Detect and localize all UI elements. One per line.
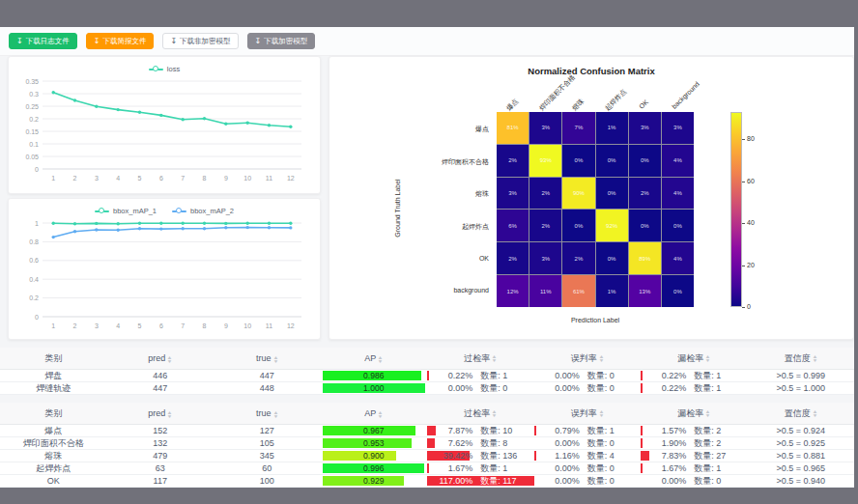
data-point[interactable] <box>138 227 141 230</box>
data-point[interactable] <box>73 98 76 101</box>
matrix-cell[interactable]: 89% <box>629 242 661 274</box>
matrix-cell[interactable]: 4% <box>662 242 694 274</box>
matrix-cell[interactable]: 81% <box>497 112 529 144</box>
data-point[interactable] <box>224 226 227 229</box>
matrix-cell[interactable]: 1% <box>596 275 628 307</box>
sort-icon[interactable]: ▲▼ <box>378 410 383 418</box>
matrix-cell[interactable]: 0% <box>629 145 661 177</box>
sort-icon[interactable]: ▲▼ <box>705 354 710 362</box>
matrix-cell[interactable]: 6% <box>497 210 529 241</box>
data-point[interactable] <box>224 222 227 225</box>
table-row[interactable]: 爆点 152 127 0.967 7.87%数量: 10 0.79%数量: 1 … <box>0 425 854 437</box>
data-point[interactable] <box>203 222 206 225</box>
matrix-cell[interactable]: 3% <box>662 112 694 144</box>
matrix-cell[interactable]: 2% <box>529 210 561 241</box>
data-point[interactable] <box>52 222 55 225</box>
data-point[interactable] <box>117 229 120 232</box>
legend-item-loss[interactable]: loss <box>149 65 180 73</box>
data-point[interactable] <box>52 236 55 238</box>
matrix-cell[interactable]: 4% <box>662 178 694 210</box>
column-header[interactable]: 漏检率▲▼ <box>641 403 748 425</box>
data-point[interactable] <box>246 222 249 225</box>
sort-icon[interactable]: ▲▼ <box>599 354 604 362</box>
matrix-cell[interactable]: 13% <box>629 275 661 307</box>
column-header[interactable]: 置信度▲▼ <box>748 348 855 370</box>
toolbar-button-2[interactable]: ↧ 下载非加密模型 <box>162 33 238 49</box>
matrix-cell[interactable]: 2% <box>497 145 529 177</box>
table-row[interactable]: 焊盘 446 447 0.986 0.22%数量: 1 0.00%数量: 0 0… <box>0 370 854 382</box>
matrix-cell[interactable]: 0% <box>562 210 594 241</box>
matrix-cell[interactable]: 3% <box>629 112 661 144</box>
sort-icon[interactable]: ▲▼ <box>273 410 278 418</box>
matrix-cell[interactable]: 3% <box>529 242 561 274</box>
data-point[interactable] <box>182 222 185 225</box>
data-point[interactable] <box>95 105 98 108</box>
data-point[interactable] <box>95 228 98 231</box>
data-point[interactable] <box>289 226 292 229</box>
sort-icon[interactable]: ▲▼ <box>705 409 710 417</box>
matrix-cell[interactable]: 4% <box>662 145 694 177</box>
data-point[interactable] <box>73 222 76 225</box>
matrix-cell[interactable]: 0% <box>662 275 694 307</box>
column-header[interactable]: pred▲▼ <box>107 348 214 370</box>
data-point[interactable] <box>138 111 141 114</box>
matrix-cell[interactable]: 0% <box>596 145 628 177</box>
matrix-cell[interactable]: 2% <box>497 242 529 274</box>
matrix-cell[interactable]: 0% <box>662 210 694 241</box>
sort-icon[interactable]: ▲▼ <box>167 410 172 418</box>
matrix-cell[interactable]: 61% <box>562 275 594 307</box>
toolbar-button-1[interactable]: ↧ 下载简报文件 <box>86 33 155 49</box>
sort-icon[interactable]: ▲▼ <box>813 354 817 362</box>
table-row[interactable]: 熔珠 479 345 0.900 39.42%数量: 136 1.16%数量: … <box>0 450 854 462</box>
matrix-cell[interactable]: 7% <box>562 112 594 144</box>
data-point[interactable] <box>159 227 162 230</box>
loss-chart[interactable]: 00.050.10.150.20.250.30.3512345678910111… <box>15 75 313 183</box>
matrix-cell[interactable]: 11% <box>529 275 561 307</box>
sort-icon[interactable]: ▲▼ <box>492 409 497 417</box>
data-point[interactable] <box>159 222 162 225</box>
column-header[interactable]: 置信度▲▼ <box>748 403 855 425</box>
matrix-cell[interactable]: 0% <box>596 242 628 274</box>
matrix-cell[interactable]: 0% <box>596 178 628 210</box>
matrix-cell[interactable]: 2% <box>562 242 594 274</box>
data-point[interactable] <box>246 122 249 125</box>
column-header[interactable]: pred▲▼ <box>107 403 214 425</box>
data-point[interactable] <box>268 222 271 225</box>
data-point[interactable] <box>95 222 98 225</box>
column-header[interactable]: 误判率▲▼ <box>534 348 642 370</box>
matrix-cell[interactable]: 12% <box>497 275 529 307</box>
sort-icon[interactable]: ▲▼ <box>492 354 497 362</box>
column-header[interactable]: AP▲▼ <box>321 403 428 425</box>
column-header[interactable]: 过检率▲▼ <box>427 348 534 370</box>
sort-icon[interactable]: ▲▼ <box>378 355 383 363</box>
data-point[interactable] <box>138 222 141 225</box>
toolbar-button-3[interactable]: ↧ 下载加密模型 <box>247 33 316 49</box>
matrix-cell[interactable]: 2% <box>629 178 661 210</box>
map-chart[interactable]: 00.20.40.60.81123456789101112 <box>15 217 313 331</box>
sort-icon[interactable]: ▲▼ <box>167 355 172 363</box>
matrix-cell[interactable]: 92% <box>596 210 628 241</box>
matrix-cell[interactable]: 3% <box>529 112 561 144</box>
table-row[interactable]: OK 117 100 0.929 117.00%数量: 117 0.00%数量:… <box>0 475 854 488</box>
legend-item-bbox_mAP_1[interactable]: bbox_mAP_1 <box>95 207 157 215</box>
column-header[interactable]: true▲▼ <box>214 348 321 370</box>
column-header[interactable]: 漏检率▲▼ <box>641 348 748 370</box>
toolbar-button-0[interactable]: ↧ 下载日志文件 <box>9 33 77 49</box>
data-point[interactable] <box>117 222 120 225</box>
sort-icon[interactable]: ▲▼ <box>813 409 817 417</box>
matrix-cell[interactable]: 0% <box>629 210 661 241</box>
data-point[interactable] <box>289 126 292 128</box>
data-point[interactable] <box>203 227 206 230</box>
matrix-cell[interactable]: 3% <box>497 178 529 210</box>
sort-icon[interactable]: ▲▼ <box>599 409 604 417</box>
column-header[interactable]: 误判率▲▼ <box>534 403 642 425</box>
sort-icon[interactable]: ▲▼ <box>273 355 278 363</box>
column-header[interactable]: AP▲▼ <box>321 348 428 370</box>
data-point[interactable] <box>268 124 271 126</box>
table-row[interactable]: 起焊炸点 63 60 0.996 1.67%数量: 1 0.00%数量: 0 1… <box>0 462 854 475</box>
data-point[interactable] <box>246 226 249 229</box>
matrix-cell[interactable]: 1% <box>596 112 628 144</box>
matrix-cell[interactable]: 0% <box>562 145 594 177</box>
table-row[interactable]: 焊印面积不合格 132 105 0.953 7.62%数量: 8 0.00%数量… <box>0 437 854 450</box>
data-point[interactable] <box>159 114 162 117</box>
